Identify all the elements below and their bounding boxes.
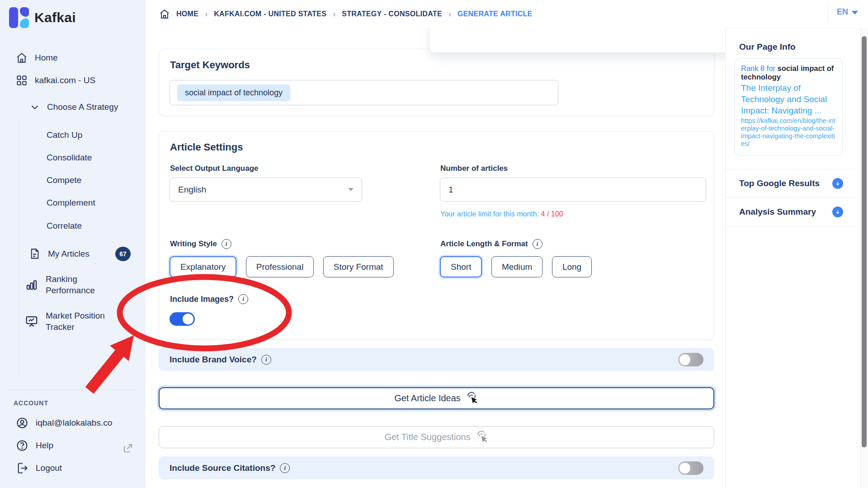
result-url-link[interactable]: https://kafkai.com/en/blog/the-interplay… xyxy=(741,117,836,148)
article-length-label-row: Article Length & Format i xyxy=(440,239,542,249)
info-icon[interactable]: i xyxy=(280,463,290,473)
writing-style-explanatory-button[interactable]: Explanatory xyxy=(170,256,236,277)
writing-style-group: Explanatory Professional Story Format xyxy=(170,256,401,277)
get-title-suggestions-button[interactable]: Get Title Suggestions xyxy=(159,426,714,448)
chevron-down-icon xyxy=(348,188,354,191)
language-label: EN xyxy=(837,7,848,17)
account-email[interactable]: iqbal@lalokalabs.co xyxy=(16,417,112,429)
include-images-label-row: Include Images? i xyxy=(170,294,248,304)
external-link-icon[interactable] xyxy=(123,443,133,453)
writing-style-story-format-button[interactable]: Story Format xyxy=(323,256,394,277)
length-long-button[interactable]: Long xyxy=(552,256,592,277)
sidebar-item-market-position-tracker[interactable]: Market Position Tracker xyxy=(25,310,123,333)
analysis-summary-section[interactable]: Analysis Summary xyxy=(726,198,855,226)
breadcrumb-separator: › xyxy=(333,9,335,19)
article-settings-card: Article Settings Select Output Language … xyxy=(159,131,714,340)
article-limit-note: Your article limit for this month: 4 / 1… xyxy=(440,210,563,218)
number-of-articles-input[interactable]: 1 xyxy=(440,178,706,202)
target-keywords-card: Target Keywords social impact of technol… xyxy=(159,49,714,116)
breadcrumb-site[interactable]: KAFKAI.COM - UNITED STATES xyxy=(214,10,326,18)
scrollbar-thumb[interactable] xyxy=(862,36,867,447)
chevron-down-icon xyxy=(852,11,858,14)
help-circle-icon xyxy=(16,439,28,452)
breadcrumb-separator: › xyxy=(448,9,451,19)
source-citations-row: Include Source Citations? i xyxy=(159,456,714,479)
brand-voice-label-row: Include Brand Voice? i xyxy=(170,355,271,365)
grid-icon xyxy=(16,75,28,86)
sidebar-item-label: kafkai.com - US xyxy=(35,75,95,85)
my-articles-count-badge: 67 xyxy=(115,247,131,261)
sidebar-item-choose-strategy[interactable]: Choose A Strategy xyxy=(30,102,118,112)
sidebar-item-label: My Articles xyxy=(48,249,90,259)
sidebar-item-ranking-performance[interactable]: Ranking Performance xyxy=(25,273,123,296)
account-section-header: ACCOUNT xyxy=(14,399,48,407)
citations-toggle[interactable] xyxy=(678,461,703,475)
brand-voice-label: Include Brand Voice? xyxy=(170,355,257,365)
expand-down-icon[interactable] xyxy=(832,178,843,189)
presentation-chart-icon xyxy=(25,314,38,328)
info-icon[interactable]: i xyxy=(261,355,271,365)
keyword-chip[interactable]: social impact of technology xyxy=(177,84,290,101)
info-icon[interactable]: i xyxy=(238,294,248,304)
brand-voice-toggle[interactable] xyxy=(678,353,703,366)
get-article-ideas-label: Get Article Ideas xyxy=(394,393,461,404)
language-divider xyxy=(828,5,828,23)
sidebar-item-label: Ranking Performance xyxy=(46,273,123,296)
keywords-input[interactable]: social impact of technology xyxy=(170,80,558,105)
logout-icon xyxy=(16,462,28,474)
sidebar-item-complement[interactable]: Complement xyxy=(47,198,95,208)
chevron-down-icon xyxy=(30,102,40,112)
cursor-click-icon xyxy=(475,430,489,445)
include-images-label: Include Images? xyxy=(170,295,234,304)
top-google-results-section[interactable]: Top Google Results xyxy=(726,169,855,197)
rank-line: Rank 8 for social impact of technology xyxy=(741,64,836,81)
sidebar-item-catch-up[interactable]: Catch Up xyxy=(47,130,82,140)
output-language-value: English xyxy=(178,185,206,195)
sidebar-item-my-articles[interactable]: My Articles xyxy=(28,248,90,260)
info-icon[interactable]: i xyxy=(533,239,542,249)
cursor-click-icon xyxy=(465,391,479,406)
length-short-button[interactable]: Short xyxy=(440,256,482,277)
page-info-title: Our Page Info xyxy=(739,42,796,52)
sidebar-item-label: Choose A Strategy xyxy=(47,102,118,112)
top-bar: HOME › KAFKAI.COM - UNITED STATES › STRA… xyxy=(145,0,868,28)
output-language-select[interactable]: English xyxy=(170,178,362,202)
output-language-label: Select Output Language xyxy=(170,164,259,173)
target-keywords-title: Target Keywords xyxy=(170,59,250,71)
breadcrumb-separator: › xyxy=(205,9,208,19)
expand-down-icon[interactable] xyxy=(832,206,843,217)
brand-logo[interactable]: Kafkai xyxy=(9,7,76,28)
citations-label-row: Include Source Citations? i xyxy=(170,463,290,473)
home-icon[interactable] xyxy=(159,9,170,19)
breadcrumb-strategy[interactable]: STRATEGY - CONSOLIDATE xyxy=(342,10,442,18)
sidebar-item-home[interactable]: Home xyxy=(16,52,58,64)
account-logout[interactable]: Logout xyxy=(16,462,62,474)
breadcrumb-home[interactable]: HOME xyxy=(176,10,198,18)
length-medium-button[interactable]: Medium xyxy=(491,256,543,277)
result-title-link[interactable]: The Interplay of Technology and Social I… xyxy=(741,82,836,116)
sidebar-item-consolidate[interactable]: Consolidate xyxy=(47,153,92,163)
writing-style-professional-button[interactable]: Professional xyxy=(246,256,314,277)
language-selector[interactable]: EN xyxy=(837,7,858,17)
document-icon xyxy=(28,248,41,260)
main-content: Target Keywords social impact of technol… xyxy=(145,0,725,488)
sidebar-item-correlate[interactable]: Correlate xyxy=(47,221,82,231)
info-icon[interactable]: i xyxy=(222,239,231,249)
get-article-ideas-button[interactable]: Get Article Ideas xyxy=(159,387,714,409)
right-panel: Our Page Info Rank 8 for social impact o… xyxy=(725,28,854,488)
sidebar: Kafkai Home kafkai.com - US Choose A Str… xyxy=(0,0,145,488)
account-email-label: iqbal@lalokalabs.co xyxy=(36,418,112,428)
page-info-card: Rank 8 for social impact of technology T… xyxy=(734,58,843,156)
tree-indent-line xyxy=(19,118,19,379)
citations-label: Include Source Citations? xyxy=(170,463,275,473)
include-images-toggle[interactable] xyxy=(170,312,195,326)
bar-chart-icon xyxy=(25,278,38,291)
sidebar-item-compete[interactable]: Compete xyxy=(47,175,81,185)
sidebar-item-site[interactable]: kafkai.com - US xyxy=(16,75,95,86)
sidebar-item-label: Market Position Tracker xyxy=(46,310,123,333)
scrollbar[interactable] xyxy=(860,28,868,488)
panel-divider xyxy=(726,226,855,226)
article-limit-text: Your article limit for this month: xyxy=(440,210,539,218)
sidebar-divider xyxy=(9,389,136,390)
account-help[interactable]: Help xyxy=(16,439,53,452)
